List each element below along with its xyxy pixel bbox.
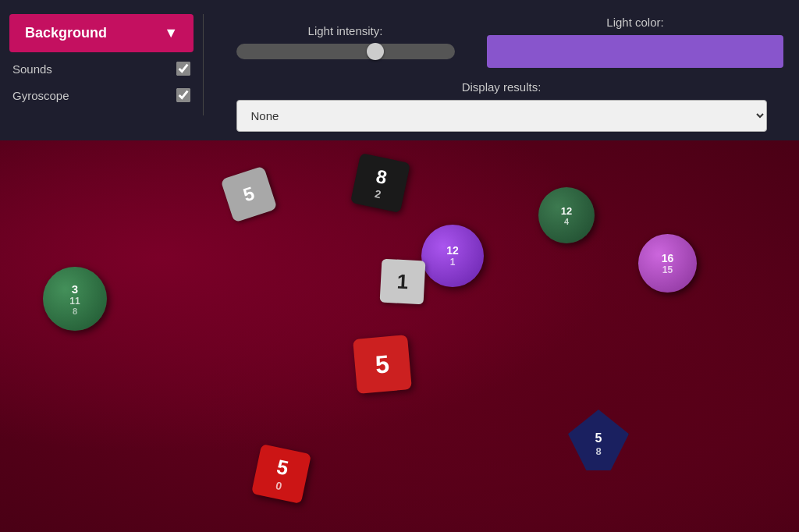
background-btn-label: Background — [25, 25, 107, 41]
die-navy-num2: 8 — [595, 445, 601, 457]
die-navy-num1: 5 — [595, 431, 602, 445]
canvas-area[interactable]: 5 8 2 12 4 12 1 1 16 15 3 11 8 5 5 8 5 0 — [0, 140, 799, 532]
die-green-d12-num1: 12 — [561, 205, 572, 217]
gyroscope-checkbox[interactable] — [176, 88, 190, 102]
display-results-label: Display results: — [462, 80, 542, 94]
die-white-d4-number: 1 — [396, 269, 409, 294]
gyroscope-label: Gyroscope — [12, 89, 69, 102]
die-green-d10-num2: 11 — [69, 296, 80, 307]
light-intensity-label: Light intensity: — [308, 24, 383, 37]
die-red-cube[interactable]: 5 — [353, 335, 412, 394]
die-purple2-num1: 16 — [662, 252, 674, 264]
die-green-d10-num3: 8 — [73, 307, 77, 316]
display-results-select[interactable]: None Sum Individual Sum + Individual — [236, 100, 767, 132]
die-red-cube-number: 5 — [375, 349, 391, 379]
die-navy-d8[interactable]: 5 8 — [568, 410, 629, 470]
chevron-down-icon: ▼ — [164, 25, 178, 41]
die-gray-cube[interactable]: 5 — [220, 165, 277, 222]
controls-top: Light intensity: Light color: — [219, 16, 783, 68]
control-bar: Background ▼ Sounds Gyroscope Light inte… — [0, 0, 799, 140]
die-green-d12-num2: 4 — [564, 217, 569, 226]
left-panel: Background ▼ Sounds Gyroscope — [0, 8, 203, 112]
die-purple2-d20[interactable]: 16 15 — [638, 234, 697, 293]
sounds-label: Sounds — [12, 62, 52, 76]
die-purple-d20-num2: 1 — [450, 257, 456, 268]
die-green-d12[interactable]: 12 4 — [538, 187, 595, 243]
sounds-checkbox[interactable] — [176, 62, 190, 76]
die-purple2-num2: 15 — [662, 264, 673, 275]
die-green-d10-num1: 3 — [72, 282, 78, 296]
die-black-top: 8 — [375, 165, 389, 189]
die-red-cube2-num1: 5 — [275, 455, 291, 481]
die-black-bottom: 2 — [374, 187, 382, 200]
light-color-label: Light color: — [606, 16, 663, 29]
die-purple-d20-num1: 12 — [446, 244, 459, 257]
light-intensity-slider[interactable] — [236, 44, 455, 59]
die-white-d4[interactable]: 1 — [380, 259, 426, 305]
die-red-cube2[interactable]: 5 0 — [251, 444, 311, 504]
gyroscope-row: Gyroscope — [9, 85, 194, 105]
light-color-section: Light color: — [487, 16, 783, 68]
die-purple-d20[interactable]: 12 1 — [421, 225, 484, 287]
sounds-row: Sounds — [9, 59, 194, 79]
display-results-section: Display results: None Sum Individual Sum… — [219, 80, 783, 132]
die-green-d10[interactable]: 3 11 8 — [43, 267, 107, 331]
die-red-cube2-num2: 0 — [275, 479, 283, 492]
light-intensity-section: Light intensity: — [219, 24, 471, 59]
light-color-swatch[interactable] — [487, 35, 783, 68]
die-gray-cube-number: 5 — [240, 183, 257, 207]
background-button[interactable]: Background ▼ — [9, 14, 194, 52]
die-black-d8[interactable]: 8 2 — [350, 153, 410, 213]
right-panel: Light intensity: Light color: Display re… — [204, 8, 799, 140]
